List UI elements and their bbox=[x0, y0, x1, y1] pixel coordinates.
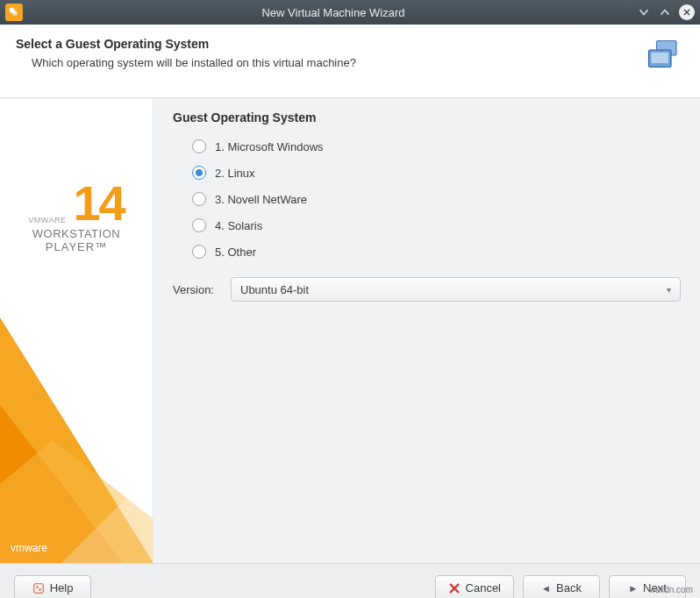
minimize-icon[interactable] bbox=[637, 5, 651, 19]
version-number: 14 bbox=[73, 182, 124, 225]
chevron-left-icon: ◄ bbox=[541, 583, 551, 594]
page-title: Select a Guest Operating System bbox=[16, 37, 356, 51]
maximize-icon[interactable] bbox=[658, 5, 672, 19]
app-icon bbox=[5, 4, 23, 21]
radio-icon bbox=[192, 245, 206, 259]
sidebar-branding: VMWARE 14 WORKSTATION PLAYER™ vmware bbox=[0, 98, 154, 563]
os-radio-group: 1. Microsoft Windows 2. Linux 3. Novell … bbox=[192, 133, 681, 265]
radio-icon bbox=[192, 218, 206, 232]
radio-icon bbox=[192, 139, 206, 153]
help-label: Help bbox=[50, 581, 74, 594]
player-label: PLAYER™ bbox=[0, 240, 153, 253]
monitors-icon bbox=[642, 37, 684, 82]
wizard-header: Select a Guest Operating System Which op… bbox=[0, 25, 700, 98]
cancel-button[interactable]: Cancel bbox=[435, 575, 514, 599]
chevron-right-icon: ► bbox=[628, 583, 638, 594]
page-subtitle: Which operating system will be installed… bbox=[32, 56, 356, 69]
window-titlebar: New Virtual Machine Wizard bbox=[0, 0, 700, 25]
cancel-label: Cancel bbox=[466, 581, 501, 594]
radio-label: 4. Solaris bbox=[215, 219, 262, 232]
radio-label: 2. Linux bbox=[215, 167, 255, 180]
radio-label: 5. Other bbox=[215, 246, 256, 259]
vmware-footer-logo: vmware bbox=[11, 542, 47, 554]
wizard-footer: Help Cancel ◄ Back ► Next bbox=[0, 563, 700, 598]
svg-rect-5 bbox=[652, 53, 669, 63]
radio-label: 3. Novell NetWare bbox=[215, 193, 307, 206]
help-button[interactable]: Help bbox=[14, 575, 91, 599]
vmware-label: VMWARE bbox=[28, 216, 66, 224]
back-label: Back bbox=[556, 581, 582, 594]
back-button[interactable]: ◄ Back bbox=[523, 575, 600, 599]
radio-option-other[interactable]: 5. Other bbox=[192, 238, 681, 265]
radio-option-netware[interactable]: 3. Novell NetWare bbox=[192, 186, 681, 212]
svg-rect-11 bbox=[36, 586, 38, 587]
window-title: New Virtual Machine Wizard bbox=[30, 6, 637, 19]
svg-rect-12 bbox=[39, 588, 40, 590]
radio-option-windows[interactable]: 1. Microsoft Windows bbox=[192, 133, 681, 160]
version-value: Ubuntu 64-bit bbox=[240, 283, 309, 296]
watermark: wsxdn.com bbox=[649, 585, 693, 594]
workstation-label: WORKSTATION bbox=[0, 227, 153, 240]
version-dropdown[interactable]: Ubuntu 64-bit ▾ bbox=[231, 277, 681, 302]
version-label: Version: bbox=[173, 283, 220, 296]
main-panel: Guest Operating System 1. Microsoft Wind… bbox=[154, 98, 700, 563]
svg-rect-10 bbox=[33, 583, 43, 593]
radio-option-linux[interactable]: 2. Linux bbox=[192, 160, 681, 186]
radio-icon bbox=[192, 192, 206, 206]
wizard-content: VMWARE 14 WORKSTATION PLAYER™ vmware Gue… bbox=[0, 98, 700, 563]
radio-option-solaris[interactable]: 4. Solaris bbox=[192, 212, 681, 238]
radio-label: 1. Microsoft Windows bbox=[215, 140, 324, 153]
radio-icon bbox=[192, 166, 206, 180]
group-title: Guest Operating System bbox=[173, 110, 681, 125]
svg-rect-2 bbox=[11, 10, 16, 14]
close-icon[interactable] bbox=[679, 4, 695, 20]
chevron-down-icon: ▾ bbox=[667, 285, 671, 295]
